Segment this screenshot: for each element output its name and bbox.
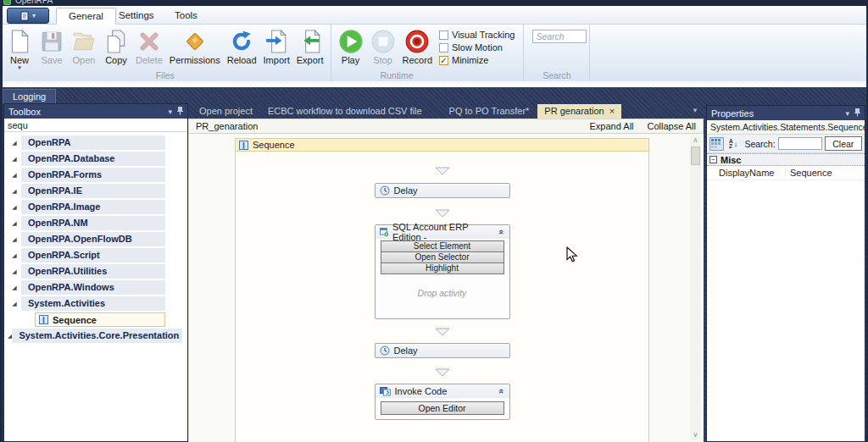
tab-open-project[interactable]: Open project (192, 104, 259, 119)
workflow-canvas[interactable]: Sequence Delay (188, 134, 704, 442)
checkbox-box (439, 43, 448, 52)
select-element-button[interactable]: Select Element (381, 240, 504, 252)
properties-search-input[interactable] (778, 137, 822, 150)
breadcrumb[interactable]: PR_genaration (196, 121, 258, 131)
scrollbar-thumb[interactable] (691, 146, 700, 165)
open-button[interactable]: Open (68, 26, 100, 65)
expand-all-link[interactable]: Expand All (590, 121, 634, 131)
pin-icon[interactable] (177, 107, 183, 117)
window-title: OpenRPA (15, 0, 53, 5)
toolbox-group-core-presentation[interactable]: ◢System.Activities.Core.Presentation (8, 329, 165, 343)
expander-icon[interactable]: ◢ (8, 140, 21, 146)
expander-icon[interactable]: ◢ (8, 188, 21, 195)
tab-pq-to-po[interactable]: PQ to PO Transfer* (442, 104, 537, 119)
toolbox-group-script[interactable]: ◢OpenRPA.Script (8, 248, 165, 262)
toolbox-group-database[interactable]: ◢OpenRPA.Database (8, 152, 165, 166)
drop-activity-hint[interactable]: Drop activity (381, 288, 504, 298)
reload-button[interactable]: Reload (224, 26, 260, 65)
activity-title: Delay (394, 185, 418, 196)
new-button[interactable]: New ▾ (3, 26, 36, 69)
toolbox-group-image[interactable]: ◢OpenRPA.Image (8, 200, 165, 214)
delay-activity-2[interactable]: Delay (375, 343, 510, 358)
properties-panel: Properties ▾ System.Activities.Statement… (706, 105, 865, 442)
reload-icon (229, 28, 254, 55)
designer-vertical-scrollbar[interactable]: ∧ ∨ (690, 135, 701, 440)
expander-icon[interactable]: ◢ (8, 268, 21, 275)
logging-tab[interactable]: Logging (3, 89, 56, 104)
scroll-up-icon[interactable]: ∧ (690, 135, 701, 146)
expander-icon[interactable]: ◢ (8, 285, 21, 291)
clear-button[interactable]: Clear (825, 136, 862, 151)
toolbox-dropdown-icon[interactable]: ▾ (168, 108, 172, 116)
scroll-down-icon[interactable]: ∨ (690, 430, 701, 440)
property-row-displayname[interactable]: DisplayName Sequence (707, 166, 865, 180)
play-button[interactable]: Play (335, 26, 367, 65)
record-icon (404, 28, 430, 55)
properties-dropdown-icon[interactable]: ▾ (845, 109, 849, 118)
open-editor-button[interactable]: Open Editor (381, 401, 504, 415)
highlight-button[interactable]: Highlight (381, 262, 504, 274)
permissions-button[interactable]: Permissions (166, 26, 224, 65)
tab-list-menu-icon[interactable]: ▼ (692, 107, 698, 114)
flow-connector-icon (435, 209, 450, 218)
property-value[interactable]: Sequence (786, 168, 865, 178)
pin-icon[interactable] (854, 108, 860, 119)
collapse-all-link[interactable]: Collapse All (648, 121, 696, 131)
properties-title: Properties (711, 108, 754, 119)
invoke-code-activity[interactable]: Invoke Code « Open Editor (375, 384, 510, 420)
categorize-icon[interactable] (709, 137, 724, 151)
collapse-category-icon[interactable]: − (709, 156, 717, 163)
delay-activity-1[interactable]: Delay (375, 183, 510, 198)
export-button[interactable]: Export (293, 26, 327, 65)
tab-ecbc-workflow[interactable]: ECBC workflow to download CSV file (261, 104, 429, 119)
visual-tracking-checkbox[interactable]: Visual Tracking (439, 30, 515, 40)
expander-icon[interactable]: ◢ (8, 204, 21, 211)
app-menu-button[interactable]: ▾ (7, 8, 49, 24)
toolbox-group-forms[interactable]: ◢OpenRPA.Forms (8, 168, 165, 182)
toolbox-group-ie[interactable]: ◢OpenRPA.IE (8, 184, 165, 198)
element-window-icon (380, 227, 389, 237)
expander-icon[interactable]: ◢ (8, 220, 21, 227)
open-selector-button[interactable]: Open Selector (381, 251, 504, 263)
toolbox-group-utilities[interactable]: ◢OpenRPA.Utilities (8, 264, 165, 279)
ribbon-search-input[interactable] (532, 30, 587, 43)
collapse-icon[interactable]: « (497, 389, 507, 394)
toolbox-group-system-activities[interactable]: ◢System.Activities (8, 296, 165, 311)
delete-button[interactable]: Delete (132, 26, 166, 65)
toolbox-item-sequence[interactable]: Sequence (35, 312, 165, 327)
minimize-checkbox[interactable]: ✓ Minimize (439, 55, 515, 65)
activity-title: SQL Account ERP Edition - (392, 222, 491, 242)
tab-pr-genaration[interactable]: PR genaration × (537, 104, 621, 119)
sequence-activity[interactable]: Sequence Delay (235, 138, 649, 442)
sequence-header[interactable]: Sequence (236, 139, 648, 152)
export-icon (298, 28, 323, 55)
expander-icon[interactable]: ◢ (8, 301, 21, 307)
toolbox-group-openrpa[interactable]: ◢OpenRPA (8, 135, 165, 150)
expander-icon[interactable]: ◢ (8, 172, 21, 179)
toolbox-group-windows[interactable]: ◢OpenRPA.Windows (8, 280, 165, 295)
expander-icon[interactable]: ◢ (8, 236, 21, 243)
stop-button[interactable]: Stop (367, 26, 399, 65)
activity-title: Delay (394, 345, 418, 356)
collapse-icon[interactable]: « (497, 229, 507, 235)
toolbox-group-openflowdb[interactable]: ◢OpenRPA.OpenFlowDB (8, 232, 165, 246)
category-misc[interactable]: − Misc (707, 153, 865, 166)
expander-icon[interactable]: ◢ (8, 252, 21, 259)
tab-settings[interactable]: Settings (107, 8, 166, 25)
slow-motion-checkbox[interactable]: Slow Motion (439, 42, 515, 52)
toolbox-tree: ◢OpenRPA ◢OpenRPA.Database ◢OpenRPA.Form… (4, 132, 187, 441)
selected-type-name: System.Activities.Statements.Sequence (707, 120, 865, 135)
sql-account-activity[interactable]: SQL Account ERP Edition - « Select Eleme… (375, 224, 510, 319)
toolbox-group-nm[interactable]: ◢OpenRPA.NM (8, 216, 165, 230)
designer-area: Open project ECBC workflow to download C… (188, 103, 704, 442)
sort-alphabetical-icon[interactable]: AZ ↓ (726, 137, 741, 151)
import-button[interactable]: Import (260, 26, 293, 65)
toolbox-search-input[interactable] (4, 119, 187, 131)
copy-button[interactable]: Copy (100, 26, 132, 65)
activity-title: Invoke Code (395, 386, 448, 396)
save-button[interactable]: Save (36, 26, 68, 65)
close-tab-icon[interactable]: × (609, 108, 615, 115)
tab-tools[interactable]: Tools (163, 8, 209, 25)
record-button[interactable]: Record (399, 26, 436, 65)
expander-icon[interactable]: ◢ (8, 156, 21, 163)
